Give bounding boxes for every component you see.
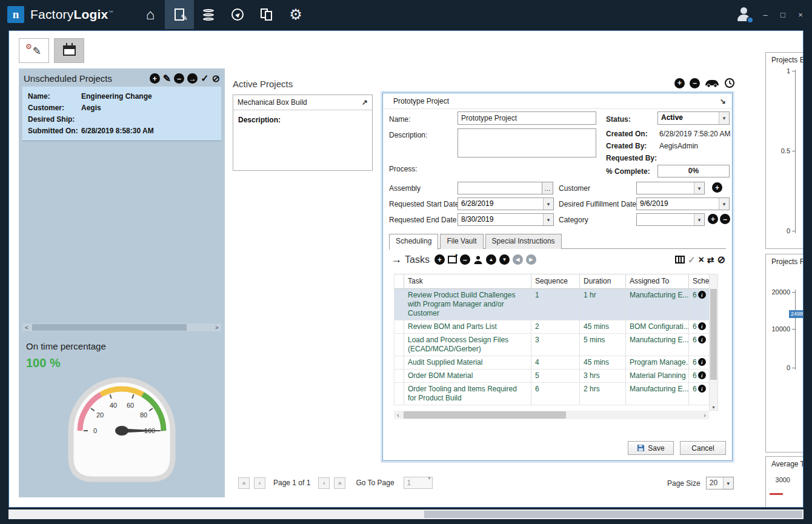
fulfillment-select[interactable]: 9/6/2019 ▾	[636, 197, 730, 210]
requested-end-select[interactable]: 8/30/2019 ▾	[458, 213, 554, 226]
nav-settings[interactable]: ⚙	[281, 0, 310, 29]
name-input[interactable]	[458, 111, 596, 125]
remove-category-button[interactable]: –	[720, 214, 730, 224]
close-button[interactable]: ×	[796, 10, 805, 19]
hscroll-track[interactable]	[402, 411, 701, 419]
scroll-left-arrow[interactable]: <	[22, 325, 31, 331]
tasks-vertical-scrollbar[interactable]: ▼	[709, 274, 718, 411]
user-account-button[interactable]	[736, 7, 752, 22]
scroll-right-arrow[interactable]: >	[213, 325, 221, 331]
tab-scheduling-calendar[interactable]	[54, 38, 84, 63]
page-size-select[interactable]: 20 ▾	[706, 477, 734, 489]
unscheduled-horizontal-scrollbar[interactable]: < >	[22, 323, 221, 331]
dropdown-arrow-icon[interactable]: ▾	[543, 198, 553, 210]
tasks-horizontal-scrollbar[interactable]: ‹ ›	[394, 411, 709, 419]
clear-filter-button[interactable]: ⊘	[212, 74, 220, 84]
nav-materials[interactable]	[194, 0, 223, 29]
hscroll-right-arrow[interactable]: ›	[701, 412, 709, 419]
minimize-button[interactable]: –	[761, 10, 770, 19]
nav-reports[interactable]	[252, 0, 281, 29]
cancel-tasks-button[interactable]: ×	[699, 255, 704, 265]
add-category-button[interactable]: +	[708, 214, 718, 224]
vscroll-thumb[interactable]	[710, 289, 717, 380]
task-row[interactable]: Order Tooling and Items Required for Pro…	[394, 383, 709, 405]
nav-navigator[interactable]: ▶	[223, 0, 252, 29]
next-page-button[interactable]: ›	[318, 477, 330, 489]
move-project-button[interactable]: →	[187, 73, 198, 84]
add-active-project-button[interactable]: +	[674, 78, 685, 88]
header-schedule[interactable]: Sche	[689, 274, 710, 289]
assign-person-button[interactable]	[473, 255, 483, 265]
header-sequence[interactable]: Sequence	[531, 274, 580, 289]
status-select[interactable]: Active ▾	[657, 111, 730, 125]
tab-configuration[interactable]: ⚙ ✎	[19, 38, 49, 63]
task-row[interactable]: Review Product Build Challenges with Pro…	[394, 289, 709, 320]
row-selector[interactable]	[394, 383, 404, 405]
row-selector[interactable]	[394, 356, 404, 370]
accept-project-button[interactable]: ✓	[201, 74, 208, 84]
tab-scheduling[interactable]: Scheduling	[389, 234, 438, 250]
window-scrollbar-thumb[interactable]	[424, 511, 802, 518]
shuffle-tasks-button[interactable]: ⇄	[707, 256, 714, 264]
description-textarea[interactable]	[458, 128, 596, 158]
dropdown-arrow-icon[interactable]: ▾	[723, 477, 733, 489]
scrollbar-track[interactable]	[31, 323, 213, 331]
task-row[interactable]: Audit Supplied Material 4 45 mins Progra…	[394, 356, 709, 370]
task-row[interactable]: Review BOM and Parts List 2 45 mins BOM …	[394, 320, 709, 334]
cancel-button[interactable]: Cancel	[680, 441, 726, 455]
header-task[interactable]: Task	[404, 274, 531, 289]
nav-home[interactable]: ⌂	[136, 0, 165, 29]
save-button[interactable]: Save	[628, 441, 674, 455]
move-task-left-button[interactable]: ◀	[513, 254, 523, 265]
row-selector[interactable]	[394, 370, 404, 383]
accept-tasks-button[interactable]: ✓	[688, 255, 696, 264]
columns-icon[interactable]	[675, 256, 685, 264]
last-page-button[interactable]: »	[334, 477, 345, 489]
edit-project-button[interactable]: ✎	[163, 74, 171, 84]
window-horizontal-scrollbar[interactable]	[8, 509, 804, 519]
clock-icon[interactable]	[724, 78, 735, 88]
nav-production-editor[interactable]: ✎	[165, 0, 194, 29]
header-duration[interactable]: Duration	[580, 274, 626, 289]
hscroll-thumb[interactable]	[404, 411, 566, 419]
project-card-mechanical[interactable]: Mechanical Box Build ↗ Description:	[233, 95, 373, 171]
unscheduled-project-card[interactable]: Name:Engineering Change Customer:Aegis D…	[22, 87, 221, 141]
info-icon[interactable]: i	[698, 322, 706, 330]
task-row[interactable]: Load and Process Design Files (ECAD/MCAD…	[394, 334, 709, 356]
task-row[interactable]: Order BOM Material 5 3 hrs Material Plan…	[394, 370, 709, 383]
dropdown-arrow-icon[interactable]: ▾	[719, 112, 729, 124]
tab-special-instructions[interactable]: Special Instructions	[485, 234, 562, 249]
info-icon[interactable]: i	[698, 358, 706, 366]
add-customer-button[interactable]: +	[712, 182, 722, 193]
info-icon[interactable]: i	[698, 336, 706, 343]
add-task-button[interactable]: +	[434, 254, 445, 265]
category-select[interactable]: ▾	[636, 213, 705, 226]
assembly-field[interactable]: …	[458, 182, 553, 194]
pin-icon[interactable]: ↘	[720, 97, 726, 105]
add-task-template-button[interactable]: ↗	[448, 256, 457, 264]
move-task-up-button[interactable]: ▲	[486, 254, 496, 265]
assembly-browse-button[interactable]: …	[542, 182, 553, 194]
first-page-button[interactable]: «	[238, 477, 250, 489]
customer-select[interactable]: ▾	[636, 182, 705, 194]
move-task-right-button[interactable]: ▶	[526, 254, 536, 265]
header-assigned-to[interactable]: Assigned To	[626, 274, 689, 289]
vehicle-icon[interactable]	[705, 79, 719, 88]
info-icon[interactable]: i	[698, 371, 706, 379]
expand-icon[interactable]: ↗	[362, 98, 368, 107]
dropdown-arrow-icon[interactable]: ▾	[694, 214, 704, 225]
vscroll-down-arrow[interactable]: ▼	[710, 405, 717, 410]
dropdown-arrow-icon[interactable]: ▾	[694, 182, 704, 194]
add-project-button[interactable]: +	[150, 73, 160, 84]
row-selector[interactable]	[394, 320, 404, 334]
assembly-input[interactable]	[458, 182, 542, 194]
remove-project-button[interactable]: –	[174, 73, 184, 84]
row-selector[interactable]	[394, 334, 404, 356]
dropdown-arrow-icon[interactable]: ▾	[719, 198, 729, 210]
dropdown-arrow-icon[interactable]: ▾	[543, 214, 553, 225]
remove-task-button[interactable]: –	[460, 254, 470, 265]
hscroll-left-arrow[interactable]: ‹	[394, 412, 402, 419]
info-icon[interactable]: i	[698, 385, 706, 393]
remove-active-project-button[interactable]: –	[690, 78, 700, 88]
prev-page-button[interactable]: ‹	[254, 477, 265, 489]
